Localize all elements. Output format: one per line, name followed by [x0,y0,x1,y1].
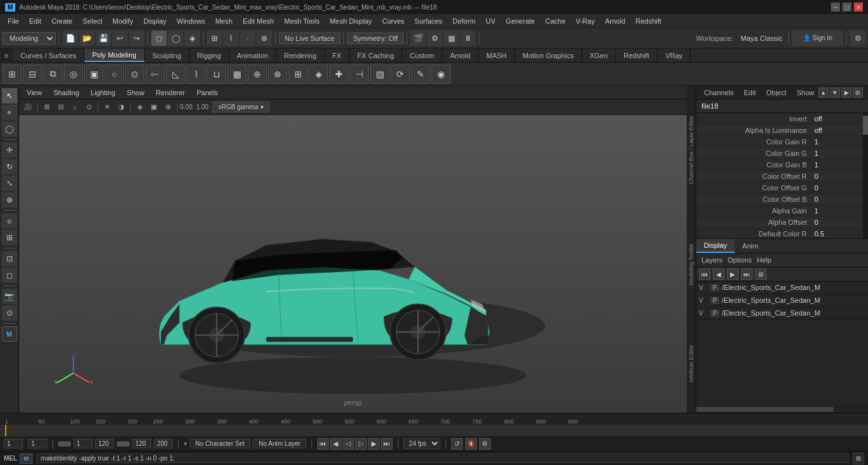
tab-redshift[interactable]: Redshift [616,49,657,62]
layer-expand-button[interactable]: ⊞ [755,268,767,280]
scroll-thumb-h[interactable] [696,407,834,412]
tab-fx[interactable]: FX [325,49,350,62]
tab-animation[interactable]: Animation [229,49,276,62]
workspace-selector[interactable]: Modeling Rigging Animation FX [3,32,56,45]
minimize-button[interactable]: ─ [831,3,840,11]
render-button[interactable]: 🎬 [410,31,426,46]
range-field-display[interactable] [95,439,114,448]
menu-vray[interactable]: V-Ray [571,16,600,26]
select-tool-button[interactable]: ◻ [151,31,167,46]
viewport-menu-show[interactable]: Show [123,88,149,98]
vp-light-button[interactable]: ☀ [101,101,114,114]
maximize-button[interactable]: □ [842,3,851,11]
open-file-button[interactable]: 📂 [79,31,94,46]
scroll-down-button[interactable]: ▼ [830,88,840,98]
channels-tab[interactable]: Channels [701,89,736,96]
mute-button[interactable]: 🔇 [465,438,477,450]
scroll-track[interactable] [696,407,868,412]
close-button[interactable]: ✕ [854,3,863,11]
tab-curves-surfaces[interactable]: Curves / Surfaces [13,49,84,62]
scroll-collapse-button[interactable]: ⊞ [853,88,863,98]
snap-point-button[interactable]: · [240,31,255,46]
gamma-select[interactable]: sRGB gamma ▾ [213,102,269,112]
universal-manip-lt[interactable]: ⊕ [2,192,17,208]
layer-prev-prev-button[interactable]: ⏮ [699,268,710,280]
snap-lt[interactable]: ⊡ [2,251,17,266]
viewport-menu-renderer[interactable]: Renderer [152,88,189,98]
undo-button[interactable]: ↩ [112,31,128,46]
anim-tab[interactable]: Anim [735,239,766,253]
fps-selector[interactable]: 24 fps 25 fps 30 fps [403,438,440,449]
shelf-icon-smooth[interactable]: ⧉ [43,65,63,84]
menu-edit-mesh[interactable]: Edit Mesh [237,16,279,26]
shelf-icon-grid[interactable]: ⊞ [3,65,22,84]
menu-select[interactable]: Select [78,16,108,26]
tab-fx-caching[interactable]: FX Caching [350,49,402,62]
menu-mesh[interactable]: Mesh [210,16,237,26]
range-slider-left[interactable] [58,441,71,446]
menu-modify[interactable]: Modify [107,16,138,26]
layer-playback-2[interactable]: P [710,297,719,304]
menu-windows[interactable]: Windows [172,16,211,26]
layer-playback-3[interactable]: P [710,310,719,317]
shelf-icon-cylinder[interactable]: ⊙ [125,65,144,84]
pause-button[interactable]: ⏸ [460,31,475,46]
paint-button[interactable]: ◈ [184,31,200,46]
shelf-icon-bool[interactable]: ◎ [64,65,83,84]
layer-visibility-3[interactable]: V [699,310,708,317]
tab-xgen[interactable]: XGen [582,49,616,62]
vp-grid-button[interactable]: ⊞ [40,101,53,114]
paint-select-lt[interactable]: ◯ [2,121,17,137]
shelf-icon-combine[interactable]: ▣ [84,65,103,84]
shelf-icon-fill[interactable]: ▦ [227,65,246,84]
render-settings-button[interactable]: ⚙ [427,31,442,46]
layer-prev-button[interactable]: ◀ [713,268,724,280]
layer-next-next-button[interactable]: ⏭ [741,268,752,280]
attribute-editor-label[interactable]: Attribute Editor [688,345,694,383]
menu-arnold[interactable]: Arnold [600,16,631,26]
shelf-icon-deformer[interactable]: ⟳ [391,65,410,84]
viewport-menu-shading[interactable]: Shading [50,88,83,98]
select-tool-lt[interactable]: ↖ [2,88,17,103]
soft-select-lt[interactable]: ⌾ [2,213,17,229]
play-back-button[interactable]: ◁ [343,438,354,450]
snap-grid-button[interactable]: ⊞ [207,31,222,46]
layer-visibility-1[interactable]: V [699,284,708,291]
shelf-icon-xray[interactable]: ◉ [431,65,451,84]
shelf-icon-extrude[interactable]: ⟜ [146,65,165,84]
vp-display2[interactable]: ▣ [147,101,160,114]
menu-mesh-tools[interactable]: Mesh Tools [279,16,324,26]
shelf-icon-loop[interactable]: ⌇ [186,65,206,84]
shelf-icon-multi[interactable]: ⊟ [23,65,42,84]
display-lt[interactable]: ◻ [2,268,17,283]
vp-texture-button[interactable]: ⊙ [82,101,95,114]
range-max-input[interactable] [154,439,173,448]
tab-rigging[interactable]: Rigging [190,49,229,62]
render-region-button[interactable]: ▦ [444,31,459,46]
sign-in-button[interactable]: 👤 Sign In [792,31,843,46]
current-frame-input[interactable] [28,439,47,448]
props-scrollbar[interactable] [863,113,868,238]
shelf-icon-connect[interactable]: ⊣ [350,65,369,84]
shelf-icon-bridge[interactable]: ⊔ [207,65,226,84]
menu-mesh-display[interactable]: Mesh Display [325,16,377,26]
object-tab[interactable]: Object [763,89,789,96]
horizontal-scrollbar[interactable] [696,406,868,413]
camera-lt[interactable]: 📷 [2,289,17,304]
shelf-icon-paint[interactable]: ✎ [411,65,430,84]
menu-generate[interactable]: Generate [500,16,540,26]
range-start-input[interactable] [73,439,93,448]
menu-curves[interactable]: Curves [377,16,410,26]
vp-shadow-button[interactable]: ◑ [115,101,128,114]
channel-box-label[interactable]: Channel Box / Layer Editor [688,116,694,185]
lasso-button[interactable]: ◯ [168,31,183,46]
options-btn[interactable]: Options [728,256,752,264]
menu-surfaces[interactable]: Surfaces [410,16,447,26]
settings-button[interactable]: ⚙ [850,31,865,46]
shelf-icon-append[interactable]: ⊕ [248,65,267,84]
timeline-bar[interactable] [0,425,868,436]
edit-tab[interactable]: Edit [741,89,758,96]
tab-mash[interactable]: MASH [479,49,515,62]
tab-sculpting[interactable]: Sculpting [145,49,190,62]
live-surface-button[interactable]: No Live Surface [279,33,340,44]
